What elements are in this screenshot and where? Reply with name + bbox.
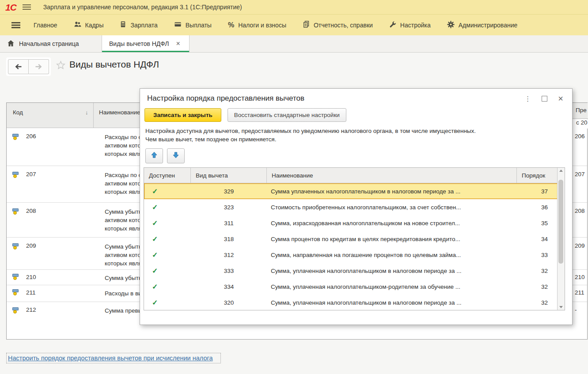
deduction-order: 32 <box>517 299 548 306</box>
restore-defaults-button[interactable]: Восстановить стандартные настройки <box>228 108 346 122</box>
table-scrollbar[interactable] <box>557 168 565 310</box>
deduction-name: Сумма, направленная на погашение процент… <box>267 252 517 258</box>
column-header-deduction-type[interactable]: Вид вычета <box>191 168 267 183</box>
tab-label: Виды вычетов НДФЛ <box>109 40 169 47</box>
deduction-order-dialog: Настройка порядка предоставления вычетов… <box>140 88 573 325</box>
order-row-323[interactable]: ✓ 323 Стоимость приобретенных налогоплат… <box>144 199 565 215</box>
menu-label: Отчетность, справки <box>314 22 373 29</box>
available-check-icon: ✓ <box>144 267 191 275</box>
section-menubar: Главное Кадры Зарплата Выплаты % Налоги … <box>0 15 588 35</box>
available-check-icon: ✓ <box>144 187 191 196</box>
row-code: 206 <box>26 133 36 140</box>
row-right-value: 206 <box>575 133 585 140</box>
scrollbar-thumb[interactable] <box>558 180 563 264</box>
row-code: 208 <box>26 208 36 214</box>
menu-item-glavnoe[interactable]: Главное <box>34 22 57 29</box>
sections-panel-icon[interactable] <box>11 22 20 28</box>
column-header-name[interactable]: Наименование <box>267 168 517 183</box>
available-check-icon: ✓ <box>144 251 191 259</box>
close-icon[interactable]: × <box>558 94 563 103</box>
available-check-icon: ✓ <box>144 298 191 307</box>
menu-item-vyplaty[interactable]: Выплаты <box>174 21 212 29</box>
titlebar: 1С Зарплата и управление персоналом, ред… <box>0 0 588 15</box>
dialog-header: Настройка порядка предоставления вычетов… <box>140 89 572 105</box>
menu-label: Кадры <box>85 22 104 29</box>
menu-item-otchetnost[interactable]: Отчетность, справки <box>303 21 373 29</box>
deduction-order-table: Доступен Вид вычета Наименование Порядок… <box>144 167 565 310</box>
history-nav-group <box>6 57 51 76</box>
maximize-icon[interactable] <box>542 96 547 102</box>
deduction-code: 323 <box>191 204 267 211</box>
move-down-button[interactable] <box>167 148 185 163</box>
configure-order-link[interactable]: Настроить порядок предоставления вычетов… <box>8 355 213 362</box>
column-header-available[interactable]: Доступен <box>144 168 191 183</box>
column-header-order[interactable]: Порядок <box>517 168 558 183</box>
back-button[interactable] <box>8 59 29 74</box>
sort-desc-icon: ↓ <box>85 109 88 116</box>
favorite-star-icon[interactable] <box>56 60 66 72</box>
deduction-code: 311 <box>191 220 267 227</box>
row-code: 209 <box>26 242 36 249</box>
catalog-item-icon <box>12 134 19 140</box>
available-check-icon: ✓ <box>144 283 191 291</box>
catalog-item-icon <box>12 289 19 295</box>
deduction-code: 318 <box>191 236 267 242</box>
available-check-icon: ✓ <box>144 219 191 227</box>
catalog-item-icon <box>12 172 19 178</box>
column-header-code[interactable]: Код <box>13 109 23 116</box>
menu-label: Налоги и взносы <box>238 22 286 29</box>
row-right-value: 211 <box>575 289 584 296</box>
deduction-order: 37 <box>517 188 548 195</box>
more-menu-icon[interactable]: ⋮ <box>524 95 531 102</box>
move-up-button[interactable] <box>145 148 163 163</box>
order-row-311[interactable]: ✓ 311 Сумма, израсходованная налогоплате… <box>144 215 565 231</box>
dialog-window-controls: ⋮ × <box>524 94 565 103</box>
deduction-order: 36 <box>517 204 548 211</box>
tab-home[interactable]: Начальная страница <box>0 35 102 52</box>
table-header: Доступен Вид вычета Наименование Порядок <box>144 168 565 183</box>
menu-item-nalogi[interactable]: % Налоги и взносы <box>228 21 286 29</box>
column-divider[interactable] <box>93 103 94 128</box>
column-header-right-clipped[interactable]: Пре <box>571 103 588 119</box>
order-row-320[interactable]: ✓ 320 Сумма, уплаченная налогоплательщик… <box>144 295 565 310</box>
menu-item-kadry[interactable]: Кадры <box>74 21 104 29</box>
row-code: 212 <box>26 306 36 313</box>
dialog-description: Настройка доступна для вычетов, предоста… <box>145 127 567 144</box>
calculator-icon <box>120 21 126 29</box>
app-window: 1С Зарплата и управление персоналом, ред… <box>0 0 588 374</box>
order-row-333[interactable]: ✓ 333 Сумма, уплаченная налогоплательщик… <box>144 263 565 279</box>
scroll-down-icon[interactable] <box>559 306 563 308</box>
menu-item-administrirovanie[interactable]: Администрирование <box>447 21 518 30</box>
column-header-name[interactable]: Наименование <box>99 109 140 116</box>
forward-button[interactable] <box>29 59 49 74</box>
configure-order-link-box: Настроить порядок предоставления вычетов… <box>6 353 221 363</box>
home-icon <box>7 40 15 48</box>
main-menu-icon[interactable] <box>23 4 31 10</box>
menu-item-nastroyka[interactable]: Настройка <box>389 21 431 29</box>
1c-logo: 1С <box>5 3 16 12</box>
order-row-312[interactable]: ✓ 312 Сумма, направленная на погашение п… <box>144 247 565 263</box>
save-and-close-button[interactable]: Записать и закрыть <box>144 108 221 122</box>
menu-label: Зарплата <box>130 22 157 29</box>
row-right-value: 209 <box>575 242 585 249</box>
row-right-value: 207 <box>575 171 585 178</box>
deduction-order: 32 <box>517 268 548 274</box>
order-row-334[interactable]: ✓ 334 Сумма, уплаченная налогоплательщик… <box>144 279 565 295</box>
wrench-icon <box>389 21 396 29</box>
row-right-value: - <box>575 306 577 313</box>
order-row-318[interactable]: ✓ 318 Сумма процентов по кредитам в целя… <box>144 231 565 247</box>
report-icon <box>303 21 310 29</box>
deduction-name: Сумма, израсходованная налогоплательщико… <box>267 220 517 227</box>
scroll-up-icon[interactable] <box>559 170 563 172</box>
deduction-order: 33 <box>517 252 548 258</box>
deduction-order: 34 <box>517 236 548 242</box>
order-row-329[interactable]: ✓ 329 Сумма уплаченных налогоплательщико… <box>144 183 565 199</box>
card-icon <box>174 21 182 29</box>
menu-item-zarplata[interactable]: Зарплата <box>120 21 157 29</box>
row-code: 207 <box>26 171 36 178</box>
tab-vidy-vychetov-ndfl[interactable]: Виды вычетов НДФЛ × <box>102 35 190 52</box>
deduction-code: 320 <box>191 299 267 306</box>
move-buttons <box>145 148 572 163</box>
tab-close-icon[interactable]: × <box>176 40 180 48</box>
deduction-name: Сумма, уплаченная налогоплательщиком в н… <box>267 299 517 306</box>
